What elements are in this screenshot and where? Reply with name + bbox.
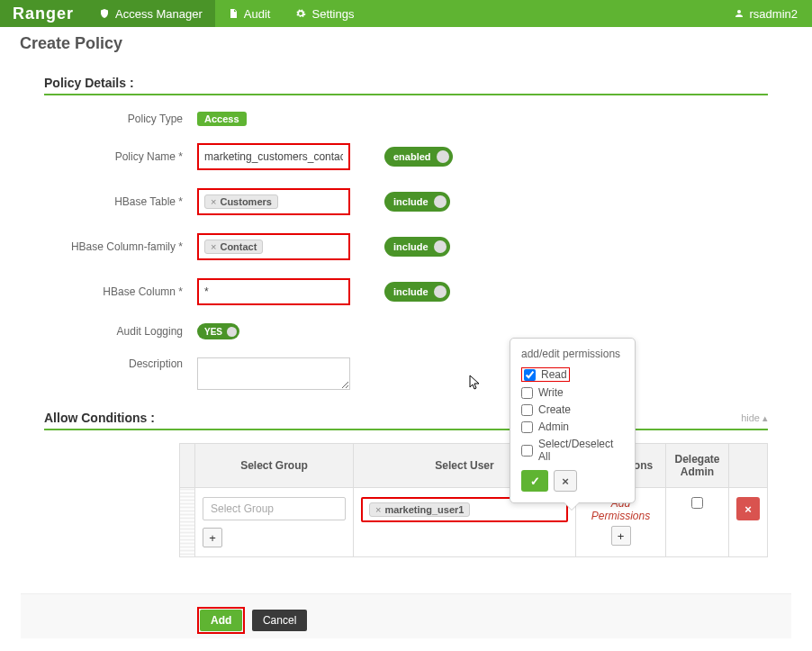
perm-read-row[interactable]: Read [521, 367, 570, 382]
nav-settings-label: Settings [311, 7, 354, 21]
page-title: Create Policy [20, 34, 792, 53]
perm-selectall-checkbox[interactable] [521, 445, 533, 457]
label-hbase-table: HBase Table * [44, 195, 197, 208]
policy-name-input[interactable] [204, 150, 343, 163]
delegate-admin-checkbox[interactable] [691, 497, 703, 509]
nav-user[interactable]: rsadmin2 [719, 0, 812, 27]
perm-admin-checkbox[interactable] [521, 421, 533, 433]
label-policy-name: Policy Name * [44, 150, 197, 163]
add-permission-button[interactable]: + [611, 526, 631, 546]
label-policy-type: Policy Type [44, 113, 197, 125]
col-select-group: Select Group [195, 444, 354, 488]
user-tag-label: marketing_user1 [384, 504, 464, 515]
delete-row-button[interactable]: × [736, 497, 760, 520]
perm-selectall-row[interactable]: Select/Deselect All [521, 438, 624, 463]
hbase-cf-tag[interactable]: × Contact [204, 240, 263, 254]
add-button[interactable]: Add [200, 610, 242, 631]
audit-logging-toggle-label: YES [204, 327, 222, 337]
col-actions [729, 444, 768, 488]
enabled-toggle-label: enabled [393, 151, 431, 162]
hbase-table-tag[interactable]: × Customers [204, 194, 278, 209]
toggle-knob [434, 285, 447, 298]
col-delegate-admin: Delegate Admin [666, 444, 729, 488]
hbase-cf-tag-label: Contact [220, 241, 257, 252]
perm-admin-label: Admin [538, 420, 569, 433]
nav-audit-label: Audit [244, 7, 271, 21]
include-toggle-table[interactable]: include [384, 192, 450, 212]
hbase-table-field[interactable]: × Customers [197, 188, 350, 215]
toggle-knob [434, 240, 447, 253]
user-icon [734, 8, 744, 19]
cancel-button[interactable]: Cancel [252, 610, 307, 631]
policy-name-field-wrap [197, 143, 350, 170]
hbase-col-input[interactable] [204, 285, 343, 298]
hbase-table-tag-label: Customers [220, 196, 271, 207]
gear-icon [295, 8, 306, 19]
tag-remove-icon[interactable]: × [211, 196, 216, 207]
audit-logging-toggle[interactable]: YES [197, 323, 239, 339]
drag-handle-header [180, 444, 195, 488]
perm-admin-row[interactable]: Admin [521, 420, 624, 433]
tag-remove-icon[interactable]: × [211, 241, 216, 252]
label-hbase-cf: HBase Column-family * [44, 240, 197, 253]
perm-write-label: Write [538, 386, 564, 399]
popover-cancel-button[interactable]: × [554, 470, 577, 492]
include-toggle-cf[interactable]: include [384, 237, 450, 257]
toggle-knob [434, 195, 447, 208]
perm-write-checkbox[interactable] [521, 387, 533, 399]
select-group-input[interactable]: Select Group [203, 497, 346, 520]
nav-user-label: rsadmin2 [750, 7, 798, 21]
hbase-cf-field[interactable]: × Contact [197, 233, 350, 260]
include-toggle-table-label: include [393, 196, 429, 207]
enabled-toggle[interactable]: enabled [384, 147, 453, 167]
toggle-knob [437, 150, 449, 163]
brand-logo[interactable]: Ranger [0, 0, 86, 27]
popover-confirm-button[interactable]: ✓ [521, 470, 548, 492]
section-policy-details: Policy Details : [44, 76, 768, 95]
include-toggle-cf-label: include [393, 241, 429, 252]
perm-create-label: Create [538, 403, 571, 416]
label-audit-logging: Audit Logging [44, 325, 197, 338]
add-group-button[interactable]: + [203, 528, 222, 547]
table-row: Select Group + × marketing_user1 [180, 488, 768, 557]
label-hbase-col: HBase Column * [44, 285, 197, 298]
drag-handle[interactable] [180, 488, 195, 557]
conditions-table: Select Group Select User Permissions Del… [179, 443, 768, 557]
user-tag[interactable]: × marketing_user1 [369, 502, 470, 517]
include-toggle-col[interactable]: include [384, 282, 450, 302]
hbase-col-field-wrap [197, 278, 350, 305]
perm-read-checkbox[interactable] [524, 369, 536, 381]
perm-selectall-label: Select/Deselect All [538, 438, 624, 463]
policy-type-badge: Access [197, 112, 247, 126]
add-button-highlight: Add [197, 607, 245, 634]
file-icon [228, 8, 239, 19]
nav-access-manager[interactable]: Access Manager [86, 0, 215, 27]
nav-settings[interactable]: Settings [283, 0, 366, 27]
include-toggle-col-label: include [393, 286, 429, 297]
tag-remove-icon[interactable]: × [375, 504, 381, 515]
hide-link[interactable]: hide ▴ [741, 412, 768, 424]
shield-icon [99, 8, 110, 19]
perm-write-row[interactable]: Write [521, 386, 624, 399]
toggle-knob [227, 327, 237, 337]
description-textarea[interactable] [197, 357, 350, 390]
perm-read-label: Read [541, 368, 567, 381]
permissions-popover: add/edit permissions Read Write Create A… [510, 338, 636, 503]
perm-create-row[interactable]: Create [521, 403, 624, 416]
top-nav: Ranger Access Manager Audit Settings rsa… [0, 0, 812, 27]
perm-create-checkbox[interactable] [521, 404, 533, 416]
nav-access-manager-label: Access Manager [115, 7, 203, 21]
label-description: Description [44, 357, 197, 370]
popover-title: add/edit permissions [521, 348, 624, 360]
section-allow-conditions: Allow Conditions : [44, 411, 155, 425]
nav-audit[interactable]: Audit [215, 0, 284, 27]
